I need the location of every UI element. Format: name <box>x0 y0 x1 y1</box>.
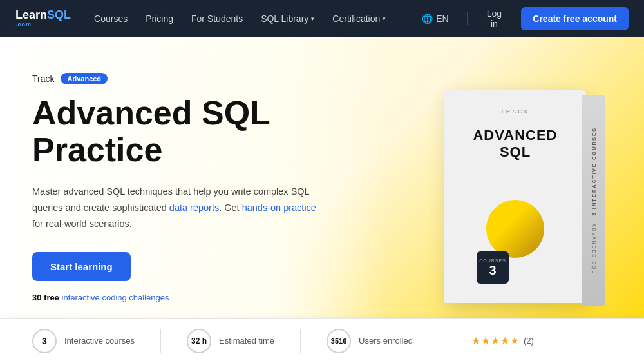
logo[interactable]: LearnSQL .com <box>15 9 71 28</box>
advanced-badge: Advanced <box>61 73 108 84</box>
stat-courses: 3 Interactive courses <box>32 329 160 353</box>
stat-divider-1 <box>160 329 161 353</box>
stat-enrolled: 3516 Users enrolled <box>327 329 439 353</box>
stat-label-courses: Interactive courses <box>64 336 135 346</box>
login-button[interactable]: Log in <box>485 8 503 29</box>
stat-divider-2 <box>300 329 301 353</box>
chevron-down-icon: ▾ <box>383 15 386 22</box>
start-learning-button[interactable]: Start learning <box>32 252 131 281</box>
globe-icon: 🌐 <box>422 14 433 24</box>
book-spine-text1: 5 Interactive Courses <box>591 127 597 215</box>
nav-courses[interactable]: Courses <box>94 14 128 24</box>
book-3d: TRACK ADVANCED SQL COURSES 3 5 Interacti <box>425 90 605 322</box>
book-front-face: TRACK ADVANCED SQL COURSES 3 <box>444 90 586 303</box>
chevron-down-icon: ▾ <box>311 15 314 22</box>
book-gold-circle <box>486 200 544 258</box>
hero-section: Track Advanced Advanced SQL Practice Mas… <box>0 37 644 363</box>
challenges-link[interactable]: interactive coding challenges <box>62 293 169 302</box>
logo-sql: SQL <box>47 8 71 21</box>
stats-bar: 3 Interactive courses 32 h Estimated tim… <box>0 318 644 363</box>
logo-com: .com <box>15 21 71 28</box>
rating-count: (2) <box>524 336 534 346</box>
track-label-row: Track Advanced <box>32 73 354 84</box>
book-circle-shadow <box>506 205 551 263</box>
book-dash-divider <box>509 119 522 119</box>
stat-time: 32 h Estimated time <box>187 329 300 353</box>
track-text: Track <box>32 74 54 84</box>
stat-label-time: Estimated time <box>219 336 274 346</box>
free-note: 30 free interactive coding challenges <box>32 293 354 302</box>
stat-label-enrolled: Users enrolled <box>359 336 413 346</box>
create-account-button[interactable]: Create free account <box>521 7 629 30</box>
book-spine: 5 Interactive Courses Advanced SQL <box>582 95 605 306</box>
hero-book-illustration: TRACK ADVANCED SQL COURSES 3 5 Interacti <box>386 37 644 363</box>
nav-for-students[interactable]: For Students <box>191 14 243 24</box>
nav-divider <box>467 12 468 25</box>
book-title: ADVANCED SQL <box>473 127 557 161</box>
hero-description: Master advanced SQL techniques that help… <box>32 184 328 231</box>
stat-divider-3 <box>439 329 439 353</box>
nav-pricing[interactable]: Pricing <box>146 14 173 24</box>
book-courses-badge: COURSES 3 <box>477 251 509 284</box>
book-track-label: TRACK <box>500 108 530 115</box>
nav-sql-library[interactable]: SQL Library ▾ <box>261 14 314 24</box>
stat-circle-enrolled: 3516 <box>327 329 351 353</box>
book-spine-text2: Advanced SQL <box>592 224 596 274</box>
hero-content: Track Advanced Advanced SQL Practice Mas… <box>0 37 386 363</box>
nav-certification[interactable]: Certification ▾ <box>332 14 386 24</box>
hero-title: Advanced SQL Practice <box>32 95 354 168</box>
stat-circle-time: 32 h <box>187 329 211 353</box>
stat-circle-courses: 3 <box>32 329 57 353</box>
star-icons: ★★★★★ <box>471 335 520 347</box>
navbar: LearnSQL .com Courses Pricing For Studen… <box>0 0 644 37</box>
rating-container: ★★★★★ (2) <box>465 335 534 347</box>
language-selector[interactable]: 🌐 EN <box>422 14 448 24</box>
